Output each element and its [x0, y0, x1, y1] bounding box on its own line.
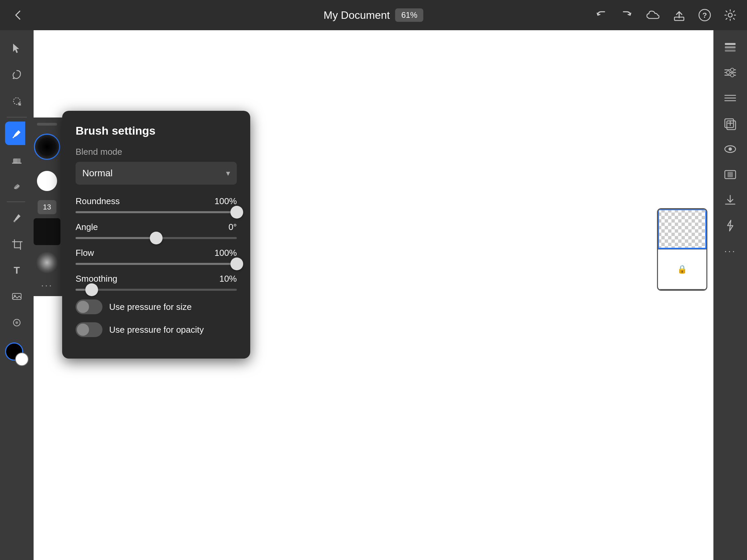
flow-slider[interactable] — [76, 263, 237, 265]
background-color[interactable] — [15, 352, 29, 366]
flow-thumb[interactable] — [230, 258, 243, 270]
toolbar-divider-2 — [7, 202, 27, 202]
smoothing-section: Smoothing 10% — [76, 274, 237, 291]
magnetic-lasso-tool[interactable] — [5, 89, 29, 113]
lasso-tool[interactable] — [5, 63, 29, 87]
smoothing-slider[interactable] — [76, 289, 237, 291]
cloud-sync-button[interactable] — [646, 8, 660, 22]
quick-action-button[interactable] — [720, 216, 740, 236]
pressure-opacity-toggle[interactable] — [76, 322, 102, 337]
svg-point-31 — [726, 71, 730, 74]
share-button[interactable] — [672, 8, 686, 22]
pressure-size-toggle[interactable] — [76, 299, 102, 314]
layers-panel-preview[interactable]: 🔒 — [657, 208, 707, 291]
layer-selected-border — [658, 209, 706, 249]
angle-label: Angle — [76, 222, 98, 232]
smoothing-thumb[interactable] — [85, 283, 98, 296]
softness-preview-container[interactable] — [33, 249, 60, 276]
add-layer-button[interactable] — [720, 113, 740, 134]
svg-rect-43 — [727, 172, 733, 177]
chevron-down-icon: ▾ — [226, 168, 230, 178]
angle-slider[interactable] — [76, 237, 237, 239]
smoothing-value: 10% — [219, 274, 237, 284]
drag-handle[interactable] — [37, 123, 57, 126]
pressure-opacity-section: Use pressure for opacity — [76, 322, 237, 337]
roundness-slider[interactable] — [76, 211, 237, 213]
top-bar: My Document 61% — [0, 0, 747, 30]
white-brush-preview-container[interactable] — [32, 166, 62, 196]
snapshot-button[interactable] — [720, 164, 740, 185]
svg-marker-5 — [13, 44, 19, 53]
white-brush-circle — [37, 171, 57, 191]
more-options-button[interactable]: ··· — [720, 241, 740, 261]
sampler-tool[interactable] — [5, 311, 29, 335]
visibility-button[interactable] — [720, 139, 740, 159]
layers-button[interactable] — [720, 37, 740, 57]
svg-rect-26 — [725, 50, 736, 52]
brush-size-value[interactable]: 13 — [37, 200, 56, 214]
flow-section: Flow 100% — [76, 248, 237, 265]
back-button[interactable] — [10, 7, 27, 24]
svg-line-10 — [13, 136, 15, 138]
document-title: My Document — [324, 9, 390, 22]
help-button[interactable]: ? — [698, 8, 712, 22]
brush-more-button[interactable]: ··· — [41, 280, 53, 291]
svg-point-23 — [16, 321, 18, 324]
filters-button[interactable] — [720, 88, 740, 108]
blend-mode-label: Blend mode — [76, 147, 237, 157]
roundness-thumb[interactable] — [230, 206, 243, 218]
flow-fill — [76, 263, 237, 265]
redo-button[interactable] — [620, 8, 634, 22]
zoom-level[interactable]: 61% — [395, 8, 423, 22]
pressure-opacity-knob — [77, 324, 89, 336]
color-swatches[interactable] — [5, 342, 29, 366]
flow-header: Flow 100% — [76, 248, 237, 258]
top-bar-center: My Document 61% — [324, 8, 423, 22]
angle-value: 0° — [228, 222, 237, 232]
roundness-header: Roundness 100% — [76, 196, 237, 207]
settings-button[interactable] — [723, 8, 737, 22]
svg-rect-37 — [727, 121, 736, 130]
undo-button[interactable] — [594, 8, 608, 22]
angle-header: Angle 0° — [76, 222, 237, 232]
ellipsis-icon: ··· — [724, 246, 736, 257]
softness-circle — [36, 251, 58, 274]
roundness-value: 100% — [215, 196, 237, 207]
import-button[interactable] — [720, 190, 740, 210]
svg-point-14 — [14, 220, 16, 222]
roundness-label: Roundness — [76, 196, 120, 207]
pressure-size-label: Use pressure for size — [109, 302, 192, 312]
blend-mode-dropdown[interactable]: Normal ▾ — [76, 162, 237, 185]
angle-section: Angle 0° — [76, 222, 237, 239]
angle-fill — [76, 237, 156, 239]
flow-value: 100% — [215, 248, 237, 258]
lock-icon: 🔒 — [677, 265, 687, 274]
blend-mode-value: Normal — [82, 168, 112, 179]
top-bar-left — [10, 7, 27, 24]
brush-color-swatch[interactable] — [33, 218, 60, 245]
roundness-section: Roundness 100% — [76, 196, 237, 213]
pressure-size-knob — [77, 301, 89, 313]
right-toolbar: 🔒 — [714, 30, 747, 560]
select-tool[interactable] — [5, 37, 29, 60]
top-bar-right: ? — [594, 8, 737, 22]
pressure-opacity-label: Use pressure for opacity — [109, 325, 204, 335]
smoothing-label: Smoothing — [76, 274, 117, 284]
adjustments-button[interactable] — [720, 62, 740, 83]
svg-point-32 — [730, 74, 734, 77]
flow-label: Flow — [76, 248, 94, 258]
layer-2-thumb[interactable]: 🔒 — [658, 249, 706, 290]
brush-settings-title: Brush settings — [76, 124, 237, 137]
angle-thumb[interactable] — [150, 232, 162, 244]
pressure-size-section: Use pressure for size — [76, 299, 237, 314]
svg-text:?: ? — [702, 11, 707, 20]
svg-rect-15 — [15, 242, 21, 248]
svg-rect-24 — [725, 43, 736, 45]
large-brush-preview-container[interactable] — [32, 132, 62, 162]
svg-rect-12 — [17, 158, 21, 163]
toolbar-divider-1 — [7, 117, 27, 117]
layer-1-thumb[interactable] — [658, 209, 706, 249]
svg-point-4 — [728, 13, 732, 17]
brush-settings-panel: Brush settings Blend mode Normal ▾ Round… — [62, 111, 250, 358]
smoothing-header: Smoothing 10% — [76, 274, 237, 284]
